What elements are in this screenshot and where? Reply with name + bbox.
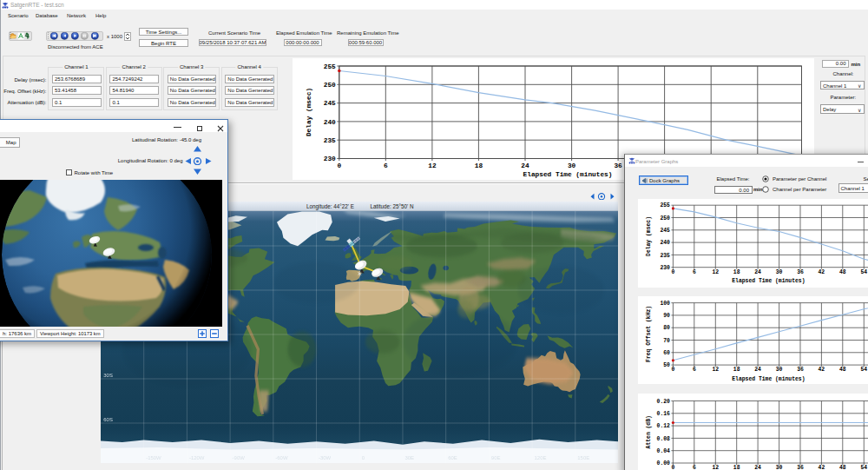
svg-text:90: 90 xyxy=(663,313,670,319)
svg-text:Delay (msec): Delay (msec) xyxy=(306,88,312,136)
svg-text:12: 12 xyxy=(712,465,719,470)
svg-text:36: 36 xyxy=(797,367,804,373)
svg-text:18: 18 xyxy=(733,465,740,470)
svg-text:0.04: 0.04 xyxy=(656,448,669,454)
svg-text:Freq Offset (kHz): Freq Offset (kHz) xyxy=(646,306,652,362)
svg-text:24: 24 xyxy=(754,269,761,275)
svg-text:18: 18 xyxy=(733,367,740,373)
svg-text:24: 24 xyxy=(754,465,761,470)
svg-text:255: 255 xyxy=(660,202,670,209)
svg-text:60: 60 xyxy=(663,350,670,356)
svg-text:42: 42 xyxy=(818,367,825,373)
svg-text:18: 18 xyxy=(475,162,483,169)
svg-text:24: 24 xyxy=(521,162,529,169)
svg-text:Delay (msec): Delay (msec) xyxy=(646,216,652,256)
svg-text:-90W: -90W xyxy=(232,455,245,460)
svg-text:30S: 30S xyxy=(103,372,113,377)
svg-text:240: 240 xyxy=(324,119,336,126)
svg-text:6: 6 xyxy=(693,465,696,470)
svg-text:235: 235 xyxy=(660,252,670,258)
svg-text:100: 100 xyxy=(660,301,670,307)
svg-text:0.08: 0.08 xyxy=(656,435,669,441)
svg-text:30E: 30E xyxy=(404,455,414,460)
svg-text:12: 12 xyxy=(712,269,719,275)
svg-text:6: 6 xyxy=(693,367,696,373)
svg-text:245: 245 xyxy=(660,228,670,234)
svg-text:235: 235 xyxy=(324,137,336,144)
svg-text:36: 36 xyxy=(614,162,622,169)
svg-text:255: 255 xyxy=(324,63,336,70)
svg-text:250: 250 xyxy=(324,82,336,89)
svg-text:70: 70 xyxy=(663,338,670,344)
svg-text:48: 48 xyxy=(839,367,846,373)
svg-text:150E: 150E xyxy=(577,455,589,460)
svg-text:30: 30 xyxy=(568,162,576,169)
svg-text:60S: 60S xyxy=(103,416,113,421)
svg-text:-60W: -60W xyxy=(275,455,288,460)
svg-text:54: 54 xyxy=(860,465,867,470)
svg-text:12: 12 xyxy=(712,367,719,373)
svg-text:42: 42 xyxy=(818,465,825,470)
svg-text:54: 54 xyxy=(860,269,867,275)
svg-text:250: 250 xyxy=(660,215,670,221)
svg-text:0: 0 xyxy=(337,162,341,169)
svg-text:50: 50 xyxy=(663,362,670,368)
svg-text:0: 0 xyxy=(671,465,674,470)
svg-text:0.20: 0.20 xyxy=(656,398,669,404)
svg-text:-150W: -150W xyxy=(146,455,161,460)
svg-text:240: 240 xyxy=(660,240,670,246)
svg-text:60E: 60E xyxy=(448,455,457,460)
svg-text:0.16: 0.16 xyxy=(656,411,669,417)
svg-text:30: 30 xyxy=(776,465,783,470)
svg-text:18: 18 xyxy=(733,269,740,275)
svg-text:0: 0 xyxy=(671,367,674,373)
svg-text:0.00: 0.00 xyxy=(656,460,669,467)
svg-text:36: 36 xyxy=(797,269,804,275)
svg-text:0: 0 xyxy=(671,269,674,275)
svg-text:36: 36 xyxy=(797,465,804,470)
svg-text:-30W: -30W xyxy=(319,455,332,460)
svg-text:Atten (dB): Atten (dB) xyxy=(646,415,652,448)
svg-text:Elapsed Time (minutes): Elapsed Time (minutes) xyxy=(523,171,613,178)
svg-text:Elapsed Time (minutes): Elapsed Time (minutes) xyxy=(732,376,805,382)
svg-text:0.12: 0.12 xyxy=(656,423,669,429)
svg-text:12: 12 xyxy=(428,162,437,169)
svg-text:80: 80 xyxy=(663,325,670,331)
svg-text:30: 30 xyxy=(776,367,783,373)
svg-text:Elapsed Time (minutes): Elapsed Time (minutes) xyxy=(732,278,805,284)
svg-text:54: 54 xyxy=(860,367,867,373)
svg-text:245: 245 xyxy=(324,100,336,107)
svg-text:120E: 120E xyxy=(534,455,546,460)
svg-text:230: 230 xyxy=(324,156,336,162)
svg-text:90E: 90E xyxy=(490,455,500,460)
svg-text:48: 48 xyxy=(839,465,846,470)
svg-text:-120W: -120W xyxy=(188,455,204,460)
svg-text:230: 230 xyxy=(660,264,670,270)
svg-text:6: 6 xyxy=(384,162,388,169)
svg-text:48: 48 xyxy=(839,269,846,275)
svg-text:30: 30 xyxy=(776,269,783,275)
svg-text:6: 6 xyxy=(693,269,696,275)
svg-text:24: 24 xyxy=(754,367,761,373)
svg-text:42: 42 xyxy=(818,269,825,275)
